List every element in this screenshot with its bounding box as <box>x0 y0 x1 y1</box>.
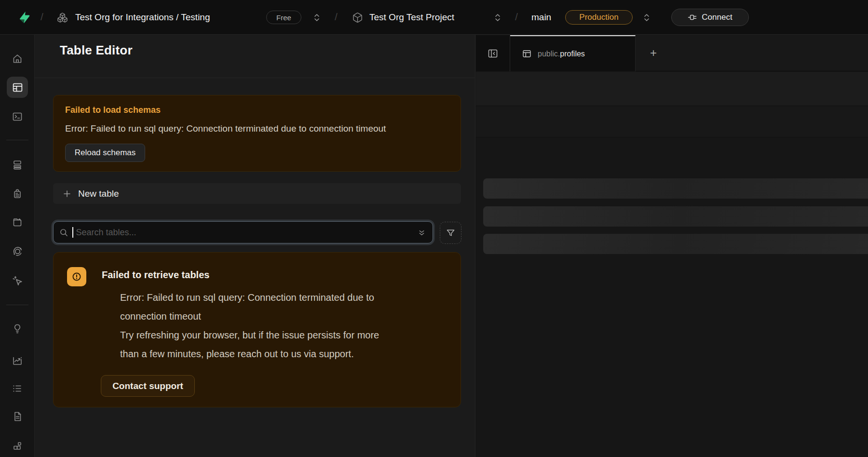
project-breadcrumb[interactable]: Test Org Test Project <box>369 12 454 23</box>
error-message-line: Try refreshing your browser, but if the … <box>120 330 379 341</box>
sidebar-item-authentication[interactable] <box>6 183 29 204</box>
top-header: / Test Org for Integrations / Testing Fr… <box>0 0 868 35</box>
schemas-error-banner: Failed to load schemas Error: Failed to … <box>53 95 461 172</box>
error-message-line: Error: Failed to run sql query: Connecti… <box>120 292 374 303</box>
grid-toolbar-loading <box>476 72 868 106</box>
sidebar-item-logs[interactable] <box>6 378 29 399</box>
breadcrumb-separator: / <box>41 11 43 23</box>
new-tab-button[interactable]: + <box>646 45 661 61</box>
organization-icon <box>57 12 68 23</box>
storage-icon <box>12 216 23 228</box>
skeleton-row <box>483 206 868 227</box>
tab-table-label: profiles <box>560 50 585 58</box>
realtime-icon <box>12 275 24 287</box>
grid-body-loading <box>476 138 868 457</box>
rail-divider <box>6 140 28 140</box>
sidebar-item-table-editor[interactable] <box>6 77 29 98</box>
warning-icon <box>67 267 86 286</box>
search-placeholder: Search tables... <box>76 228 136 238</box>
grid-header-loading <box>476 107 868 137</box>
logs-icon <box>12 383 23 394</box>
sidebar-item-realtime[interactable] <box>6 270 29 291</box>
sidebar-item-reports[interactable] <box>6 350 29 371</box>
table-editor-menu: Table Editor Failed to load schemas Erro… <box>35 35 475 457</box>
tables-error-banner: Failed to retrieve tables Error: Failed … <box>53 252 461 407</box>
auth-icon <box>12 188 23 200</box>
tab-bar: public.profiles + <box>476 35 868 71</box>
error-message-line: connection timeout <box>120 311 201 322</box>
sidebar-item-sql-editor[interactable] <box>6 106 29 127</box>
supabase-dashboard: / Test Org for Integrations / Testing Fr… <box>0 0 868 457</box>
branch-breadcrumb[interactable]: main <box>531 12 551 23</box>
reload-schemas-button[interactable]: Reload schemas <box>65 144 145 162</box>
home-icon <box>12 53 23 65</box>
sidebar-item-api-docs[interactable] <box>6 406 29 427</box>
sidebar-item-storage[interactable] <box>6 212 29 233</box>
org-breadcrumb[interactable]: Test Org for Integrations / Testing <box>75 12 210 23</box>
project-icon <box>352 12 363 23</box>
error-message-line: than a few minutes, please reach out to … <box>120 349 354 360</box>
supabase-logo-icon[interactable] <box>18 11 31 24</box>
new-table-button[interactable]: New table <box>53 183 461 204</box>
skeleton-row <box>483 178 868 199</box>
plus-icon <box>63 189 71 198</box>
search-tables-input[interactable]: Search tables... <box>53 221 433 243</box>
database-icon <box>12 159 23 171</box>
error-message: Error: Failed to run sql query: Connecti… <box>65 123 386 134</box>
chevrons-down-icon[interactable] <box>418 228 426 237</box>
api-docs-icon <box>12 411 23 422</box>
sidebar-item-integrations[interactable] <box>6 435 29 457</box>
page-title: Table Editor <box>60 43 133 58</box>
tab-schema-label: public. <box>538 50 560 58</box>
org-selector-chevrons-icon[interactable] <box>313 13 320 22</box>
error-title: Failed to load schemas <box>65 105 161 115</box>
contact-support-button[interactable]: Contact support <box>101 375 195 397</box>
text-caret <box>72 227 73 238</box>
plug-icon <box>688 13 697 22</box>
breadcrumb-separator: / <box>335 11 338 23</box>
sql-editor-icon <box>12 111 23 122</box>
reports-icon <box>12 355 23 366</box>
sidebar-item-advisors[interactable] <box>6 318 29 339</box>
error-title: Failed to retrieve tables <box>102 269 209 281</box>
tab-public-profiles[interactable]: public.profiles <box>510 35 636 71</box>
menu-header: Table Editor <box>35 35 475 78</box>
advisors-icon <box>12 323 23 335</box>
new-table-label: New table <box>78 188 119 199</box>
skeleton-row <box>483 234 868 254</box>
filter-tables-button[interactable] <box>440 222 461 244</box>
table-editor-icon <box>12 81 24 94</box>
edge-functions-icon <box>12 245 24 257</box>
project-selector-chevrons-icon[interactable] <box>494 13 501 22</box>
breadcrumb-separator: / <box>515 11 518 23</box>
collapse-sidebar-button[interactable] <box>476 35 510 71</box>
panel-collapse-icon <box>487 48 499 59</box>
branch-selector-chevrons-icon[interactable] <box>643 13 650 22</box>
branch-production-badge: Production <box>565 10 633 25</box>
table-icon <box>522 49 532 59</box>
sidebar-item-database[interactable] <box>6 154 29 175</box>
nav-rail <box>0 35 35 457</box>
table-view-panel: public.profiles + <box>476 35 868 457</box>
rail-divider <box>6 305 28 305</box>
search-icon <box>59 228 68 237</box>
integrations-icon <box>12 440 23 452</box>
connect-label: Connect <box>702 13 732 22</box>
filter-funnel-icon <box>446 228 455 238</box>
sidebar-item-edge-functions[interactable] <box>6 240 29 261</box>
org-plan-badge: Free <box>266 11 301 24</box>
connect-button[interactable]: Connect <box>671 9 749 26</box>
sidebar-item-home[interactable] <box>6 48 29 69</box>
